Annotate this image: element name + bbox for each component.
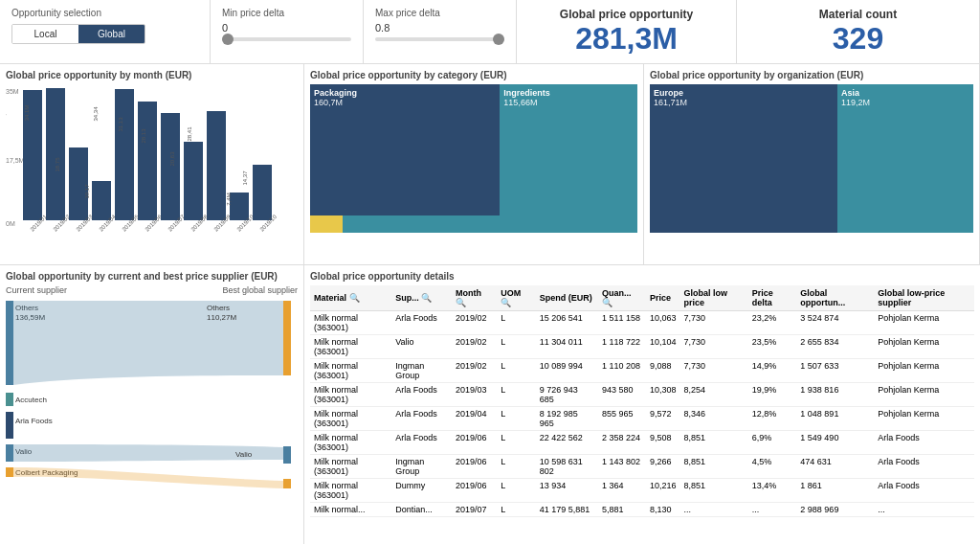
europe-label: Europe [654,88,834,98]
table-cell: 2019/02 [452,335,497,359]
table-cell: L [497,383,535,407]
table-cell: 9,572 [646,407,680,431]
table-row: Milk normal (363001)Ingman Group2019/06L… [310,455,974,479]
svg-text:18,75: 18,75 [55,157,60,172]
bottom-cell-2 [343,215,637,233]
global-price-label: Global price opportunity [560,8,693,21]
col-global-low: Global low price [680,285,748,311]
table-cell: 8,851 [680,479,748,503]
table-cell: 10,063 [646,311,680,335]
table-cell: Valio [391,335,452,359]
asia-cell: Asia 119,2M [837,84,973,233]
min-price-slider[interactable] [222,37,351,41]
table-cell: Pohjolan Kerma [874,383,974,407]
table-cell: 4,5% [748,455,797,479]
table-row: Milk normal (363001)Ingman Group2019/02L… [310,359,974,383]
table-cell: 13 934 [536,479,598,503]
search-icon-material[interactable]: 🔍 [349,293,360,303]
table-cell: Milk normal (363001) [310,383,391,407]
svg-text:Accutech: Accutech [15,396,47,404]
asia-val: 119,2M [841,98,969,107]
svg-rect-39 [6,393,13,406]
table-cell: 1 861 [796,479,874,503]
table-cell: 9,088 [646,359,680,383]
svg-text:28,13: 28,13 [141,128,146,144]
table-cell: 1 143 802 [598,455,646,479]
table-cell: 1 364 [598,479,646,503]
sankey-left-label: Current supplier [6,285,67,295]
table-cell: Pohjolan Kerma [874,407,974,431]
svg-text:31,13: 31,13 [118,117,123,132]
max-price-slider[interactable] [375,37,504,41]
max-price-thumb[interactable] [493,34,504,45]
svg-text:34,1M: 34,1M [24,105,30,122]
table-cell: 8,851 [680,431,748,455]
table-cell: 2019/02 [452,359,497,383]
svg-rect-36 [6,301,13,385]
monthly-chart-panel: Global price opportunity by month (EUR) … [0,64,304,264]
svg-text:0M: 0M [6,220,15,227]
table-cell: 15 206 541 [536,311,598,335]
table-cell: 474 631 [796,455,874,479]
svg-rect-12 [92,181,111,220]
svg-rect-27 [207,111,226,220]
table-cell: 2019/06 [452,431,497,455]
search-icon-month[interactable]: 🔍 [456,298,466,307]
table-wrapper[interactable]: Material 🔍 Sup... 🔍 Month 🔍 UOM 🔍 Spend … [310,285,974,533]
table-cell: Milk normal... [310,503,391,517]
svg-rect-30 [230,193,249,220]
svg-text:7,4M: 7,4M [226,193,232,205]
sankey-right-label: Best global supplier [222,285,298,295]
min-price-thumb[interactable] [222,34,234,45]
table-cell: 9,266 [646,455,680,479]
table-cell: ... [874,503,974,517]
table-cell: 1 110 208 [598,359,646,383]
table-cell: 10,104 [646,335,680,359]
svg-rect-43 [6,444,13,462]
table-cell: Milk normal (363001) [310,359,391,383]
svg-rect-47 [283,301,291,375]
global-price-value: 281,3M [575,21,678,57]
bottom-cell-1 [310,215,343,233]
opp-sel-label: Opportunity selection [11,8,101,18]
sankey-title: Global opportunity by current and best p… [6,271,298,282]
table-cell: 9 726 943 685 [536,383,598,407]
global-price-panel: Global price opportunity 281,3M [517,0,737,63]
packaging-val: 160,7M [314,98,496,107]
table-cell: 9,508 [646,431,680,455]
col-uom: UOM 🔍 [497,285,535,311]
col-material: Material 🔍 [310,285,391,311]
table-cell: 2 988 969 [796,503,874,517]
local-toggle[interactable]: Local [12,25,78,43]
table-body: Milk normal (363001)Arla Foods2019/02L15… [310,311,974,517]
table-cell: 10,216 [646,479,680,503]
table-cell: Milk normal (363001) [310,431,391,455]
table-cell: 8,346 [680,407,748,431]
table-cell: 2 655 834 [796,335,874,359]
table-cell: ... [748,503,797,517]
search-icon-supplier[interactable]: 🔍 [421,293,432,303]
table-cell: L [497,479,535,503]
max-price-delta-panel: Max price delta 0.8 [364,0,517,63]
svg-text:28,41: 28,41 [187,126,192,142]
ingredients-val: 115,66M [503,98,634,107]
table-cell: L [497,311,535,335]
global-toggle[interactable]: Global [78,25,145,43]
search-icon-quan[interactable]: 🔍 [602,298,612,307]
search-icon-uom[interactable]: 🔍 [501,298,511,307]
table-row: Milk normal (363001)Arla Foods2019/04L8 … [310,407,974,431]
table-cell: 8,254 [680,383,748,407]
table-row: Milk normal (363001)Valio2019/02L11 304 … [310,335,974,359]
col-quan: Quan... 🔍 [598,285,646,311]
table-cell: 943 580 [598,383,646,407]
table-row: Milk normal (363001)Arla Foods2019/02L15… [310,311,974,335]
table-cell: 8,130 [646,503,680,517]
org-chart-title: Global price opportunity by organization… [650,70,973,80]
table-cell: L [497,503,535,517]
table-cell: Arla Foods [874,455,974,479]
table-cell: 7,730 [680,311,748,335]
max-price-label: Max price delta [375,8,440,18]
table-cell: 2 358 224 [598,431,646,455]
details-title: Global price opportunity details [310,271,974,282]
material-count-panel: Material count 329 [737,0,980,63]
